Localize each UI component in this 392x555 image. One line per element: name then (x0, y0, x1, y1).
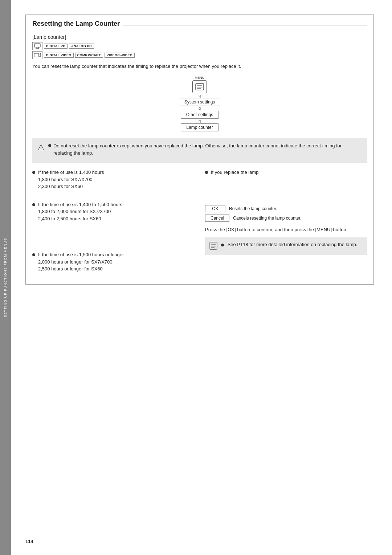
left-bullet-text-3: If the time of use is 1,500 hours or lon… (38, 251, 124, 273)
menu-arrow-3: q (199, 119, 201, 123)
cancel-button[interactable]: Cancel (205, 215, 229, 222)
lamp-counter-box: Lamp counter (181, 123, 218, 131)
system-settings-box: System settings (179, 98, 221, 106)
info-icon (209, 242, 217, 252)
svg-marker-5 (39, 53, 41, 57)
menu-arrow-2: q (199, 106, 201, 111)
svg-rect-6 (196, 83, 204, 90)
warning-bullet-row: Do not reset the lamp counter except whe… (48, 142, 362, 156)
col-left: If the time of use is 1,400 hours1,800 h… (32, 169, 194, 278)
warning-text: Do not reset the lamp counter except whe… (53, 142, 362, 156)
svg-rect-0 (34, 44, 40, 47)
input-source-row-1: DIGITAL PC ANALOG PC (32, 42, 367, 50)
input-source-row-2: DIGITAL VIDEO COMP./SCART VIDEO/S-VIDEO (32, 51, 367, 59)
menu-flow: MENU q System settings q Other settings … (32, 76, 367, 132)
description-text: You can reset the lamp counter that indi… (32, 63, 367, 70)
title-area: Resetting the Lamp Counter (32, 20, 367, 30)
left-bullet-text-1: If the time of use is 1,400 hours1,800 h… (38, 169, 104, 190)
page-number: 114 (25, 539, 33, 544)
cancel-desc: Cancels resetting the lamp counter. (233, 216, 301, 221)
section-box: Resetting the Lamp Counter [Lamp counter… (25, 15, 374, 285)
info-note-text: See P118 for more detailed information o… (221, 241, 357, 248)
menu-arrow-1: q (199, 93, 201, 98)
left-bullet-2: If the time of use is 1,400 to 1,500 hou… (32, 201, 194, 223)
other-settings-box: Other settings (181, 111, 219, 119)
bullet-dot-3 (32, 253, 35, 256)
ok-row: OK Resets the lamp counter. (205, 205, 367, 212)
section-title: Resetting the Lamp Counter (32, 20, 123, 28)
svg-line-2 (38, 47, 39, 49)
title-separator (123, 25, 367, 26)
menu-icon-box (192, 80, 207, 93)
bullet-dot-2 (32, 203, 35, 206)
info-bullet (221, 244, 224, 246)
ok-button[interactable]: OK (205, 205, 225, 212)
bullet-dot-1 (32, 171, 35, 174)
svg-rect-10 (210, 242, 217, 249)
digital-video-badge: DIGITAL VIDEO (44, 53, 74, 58)
analog-pc-badge: ANALOG PC (69, 44, 94, 49)
svg-line-1 (36, 47, 36, 49)
right-bullet-dot-1 (205, 171, 208, 174)
sidebar: SETTING UP FUNCTIONS FROM MENUS (0, 0, 11, 555)
two-col: If the time of use is 1,400 hours1,800 h… (32, 169, 367, 278)
digital-pc-badge: DIGITAL PC (44, 44, 68, 49)
press-text: Press the [OK] button to confirm, and th… (205, 226, 367, 233)
video-s-video-badge: VIDEO/S-VIDEO (105, 53, 135, 58)
svg-rect-4 (34, 53, 39, 57)
warning-icon: ⚠ (37, 143, 45, 152)
warning-content: Do not reset the lamp counter except whe… (48, 142, 362, 159)
ok-desc: Resets the lamp counter. (229, 206, 277, 211)
comp-scart-badge: COMP./SCART (75, 53, 103, 58)
video-icon (32, 51, 42, 59)
warning-bullet-dot (48, 144, 51, 147)
right-bullet-text-1: If you replace the lamp (211, 169, 259, 176)
warning-box: ⚠ Do not reset the lamp counter except w… (32, 138, 367, 163)
left-bullet-text-2: If the time of use is 1,400 to 1,500 hou… (38, 201, 122, 223)
col-right: If you replace the lamp OK Resets the la… (205, 169, 367, 278)
pc-icon (32, 42, 42, 50)
cancel-row: Cancel Cancels resetting the lamp counte… (205, 215, 367, 222)
left-bullet-3: If the time of use is 1,500 hours or lon… (32, 251, 194, 273)
sidebar-label: SETTING UP FUNCTIONS FROM MENUS (4, 238, 7, 317)
left-bullet-1: If the time of use is 1,400 hours1,800 h… (32, 169, 194, 190)
lamp-counter-label: [Lamp counter] (32, 34, 367, 40)
info-note-content: See P118 for more detailed information o… (228, 242, 358, 247)
ok-cancel-area: OK Resets the lamp counter. Cancel Cance… (205, 205, 367, 222)
main-content: Resetting the Lamp Counter [Lamp counter… (11, 0, 392, 555)
input-sources: DIGITAL PC ANALOG PC DIGITAL VIDEO COMP.… (32, 42, 367, 59)
menu-icon-label: MENU (195, 76, 205, 79)
right-bullet-1: If you replace the lamp (205, 169, 367, 176)
info-note-box: See P118 for more detailed information o… (205, 237, 367, 255)
